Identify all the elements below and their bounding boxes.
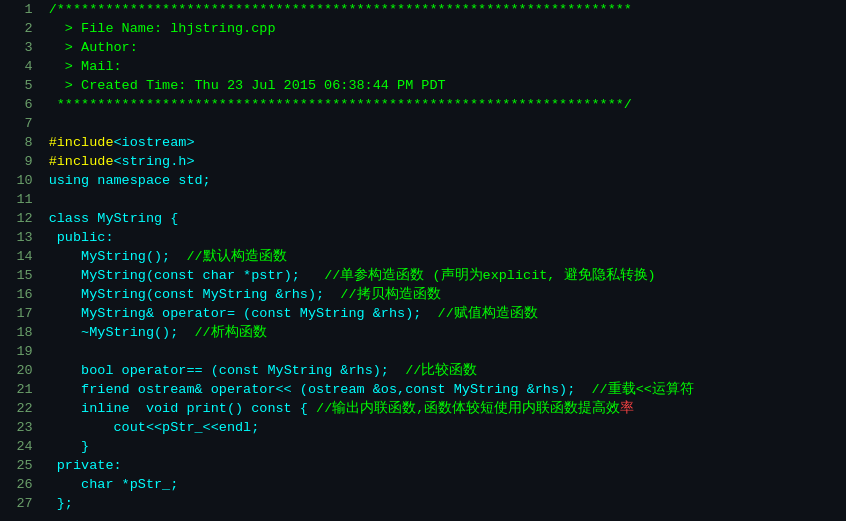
code-token: 率 bbox=[620, 401, 634, 416]
line-number: 15 bbox=[0, 266, 45, 285]
code-token: MyString& bbox=[49, 306, 162, 321]
line-content: > Mail: bbox=[45, 57, 846, 76]
code-token: operator bbox=[122, 363, 187, 378]
code-token: : bbox=[113, 458, 121, 473]
line-number: 13 bbox=[0, 228, 45, 247]
code-line: 21 friend ostream& operator<< (ostream &… bbox=[0, 380, 846, 399]
line-number: 19 bbox=[0, 342, 45, 361]
code-token: char *pStr_; bbox=[49, 477, 179, 492]
line-content: inline void print() const { //输出内联函数,函数体… bbox=[45, 399, 846, 418]
code-line: 18 ~MyString(); //析构函数 bbox=[0, 323, 846, 342]
code-token: inline void print() bbox=[49, 401, 252, 416]
line-number: 14 bbox=[0, 247, 45, 266]
code-token: const bbox=[405, 382, 446, 397]
line-content: using namespace std; bbox=[45, 171, 846, 190]
line-content: friend ostream& operator<< (ostream &os,… bbox=[45, 380, 846, 399]
code-token: MyString &rhs); bbox=[292, 306, 438, 321]
code-token: MyString( bbox=[49, 287, 154, 302]
code-token: using bbox=[49, 173, 90, 188]
line-content: MyString& operator= (const MyString &rhs… bbox=[45, 304, 846, 323]
line-number: 5 bbox=[0, 76, 45, 95]
code-token: private bbox=[49, 458, 114, 473]
code-line: 5 > Created Time: Thu 23 Jul 2015 06:38:… bbox=[0, 76, 846, 95]
code-line: 27 }; bbox=[0, 494, 846, 513]
line-content: }; bbox=[45, 494, 846, 513]
code-token: //拷贝构造函数 bbox=[340, 287, 440, 302]
code-token: //单参构造函数 (声明为explicit, 避免隐私转换) bbox=[324, 268, 656, 283]
code-token: #include bbox=[49, 135, 114, 150]
code-line: 1/**************************************… bbox=[0, 0, 846, 19]
line-content: ~MyString(); //析构函数 bbox=[45, 323, 846, 342]
line-number: 12 bbox=[0, 209, 45, 228]
code-token: const bbox=[251, 306, 292, 321]
code-line: 3 > Author: bbox=[0, 38, 846, 57]
code-token: //比较函数 bbox=[405, 363, 477, 378]
line-content: MyString(const char *pstr); //单参构造函数 (声明… bbox=[45, 266, 846, 285]
code-line: 19 bbox=[0, 342, 846, 361]
line-number: 24 bbox=[0, 437, 45, 456]
code-line: 9#include<string.h> bbox=[0, 152, 846, 171]
code-line: 23 cout<<pStr_<<endl; bbox=[0, 418, 846, 437]
code-line: 25 private: bbox=[0, 456, 846, 475]
line-content: #include<iostream> bbox=[45, 133, 846, 152]
line-content: > File Name: lhjstring.cpp bbox=[45, 19, 846, 38]
code-token: operator bbox=[162, 306, 227, 321]
line-content: > Created Time: Thu 23 Jul 2015 06:38:44… bbox=[45, 76, 846, 95]
code-token: <string.h> bbox=[113, 154, 194, 169]
line-content bbox=[45, 114, 846, 133]
code-token: //重载<<运算符 bbox=[591, 382, 693, 397]
code-token: const bbox=[154, 268, 195, 283]
line-content: cout<<pStr_<<endl; bbox=[45, 418, 846, 437]
code-token: //析构函数 bbox=[195, 325, 267, 340]
line-number: 27 bbox=[0, 494, 45, 513]
line-content: class MyString { bbox=[45, 209, 846, 228]
line-number: 9 bbox=[0, 152, 45, 171]
code-token: > Mail: bbox=[49, 59, 122, 74]
code-token: MyString &rhs); bbox=[446, 382, 592, 397]
code-token: << (ostream &os, bbox=[276, 382, 406, 397]
code-token: class bbox=[49, 211, 90, 226]
line-content: /***************************************… bbox=[45, 0, 846, 19]
code-token: //输出内联函数,函数体较短使用内联函数提高效 bbox=[316, 401, 620, 416]
line-number: 2 bbox=[0, 19, 45, 38]
code-token: ~MyString(); bbox=[49, 325, 195, 340]
code-token: MyString( bbox=[49, 268, 154, 283]
line-number: 3 bbox=[0, 38, 45, 57]
code-token: std; bbox=[170, 173, 211, 188]
code-token: MyString &rhs); bbox=[259, 363, 405, 378]
code-token: == ( bbox=[186, 363, 218, 378]
code-line: 20 bool operator== (const MyString &rhs)… bbox=[0, 361, 846, 380]
line-number: 18 bbox=[0, 323, 45, 342]
line-content: #include<string.h> bbox=[45, 152, 846, 171]
code-token: > File Name: lhjstring.cpp bbox=[49, 21, 276, 36]
code-line: 2 > File Name: lhjstring.cpp bbox=[0, 19, 846, 38]
line-number: 17 bbox=[0, 304, 45, 323]
line-number: 23 bbox=[0, 418, 45, 437]
line-number: 8 bbox=[0, 133, 45, 152]
code-line: 26 char *pStr_; bbox=[0, 475, 846, 494]
line-number: 7 bbox=[0, 114, 45, 133]
line-content: } bbox=[45, 437, 846, 456]
line-content: private: bbox=[45, 456, 846, 475]
code-token: }; bbox=[49, 496, 73, 511]
code-token: MyString &rhs); bbox=[195, 287, 341, 302]
line-content: > Author: bbox=[45, 38, 846, 57]
code-token: { bbox=[292, 401, 316, 416]
code-token: /***************************************… bbox=[49, 2, 632, 17]
line-number: 4 bbox=[0, 57, 45, 76]
line-number: 21 bbox=[0, 380, 45, 399]
code-token: const bbox=[154, 287, 195, 302]
code-token: ****************************************… bbox=[49, 97, 632, 112]
code-token: > Created Time: Thu 23 Jul 2015 06:38:44… bbox=[49, 78, 446, 93]
code-line: 15 MyString(const char *pstr); //单参构造函数 … bbox=[0, 266, 846, 285]
code-token: public bbox=[49, 230, 106, 245]
line-number: 16 bbox=[0, 285, 45, 304]
code-token: //赋值构造函数 bbox=[438, 306, 538, 321]
code-token: <iostream> bbox=[113, 135, 194, 150]
code-line: 7 bbox=[0, 114, 846, 133]
line-content: public: bbox=[45, 228, 846, 247]
line-content bbox=[45, 190, 846, 209]
line-number: 22 bbox=[0, 399, 45, 418]
code-line: 13 public: bbox=[0, 228, 846, 247]
line-content: ****************************************… bbox=[45, 95, 846, 114]
